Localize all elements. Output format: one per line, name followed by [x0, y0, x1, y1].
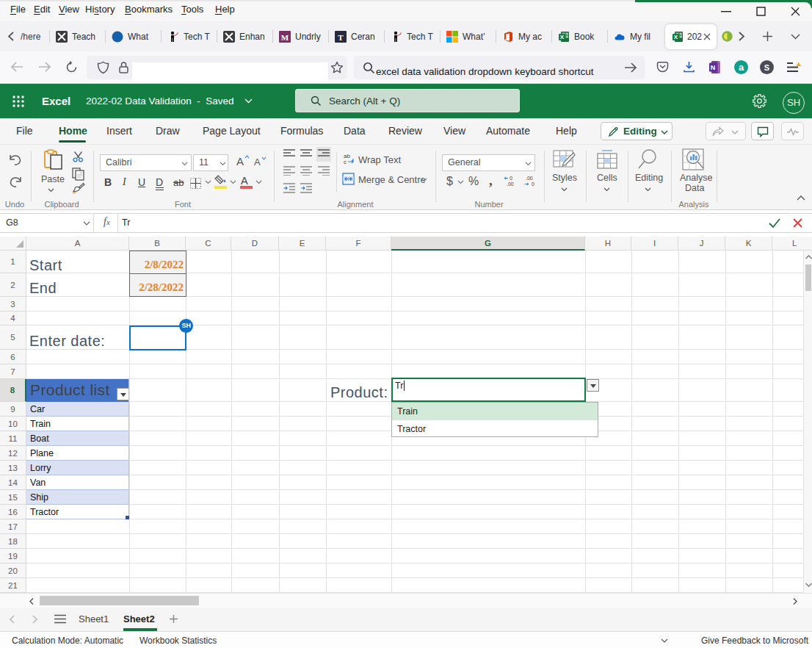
svg-text:0: 0 — [532, 181, 534, 187]
svg-text:X: X — [560, 34, 565, 40]
svg-text:M: M — [281, 33, 289, 42]
svg-text:.00: .00 — [507, 181, 514, 187]
svg-text:X: X — [674, 34, 678, 40]
svg-text:T: T — [338, 33, 344, 42]
svg-text:0: 0 — [510, 176, 512, 181]
svg-text:N: N — [711, 64, 716, 71]
svg-text:c: c — [344, 159, 347, 165]
svg-text:.00: .00 — [526, 176, 533, 181]
svg-text:a: a — [739, 62, 744, 73]
svg-text:S: S — [764, 63, 769, 72]
